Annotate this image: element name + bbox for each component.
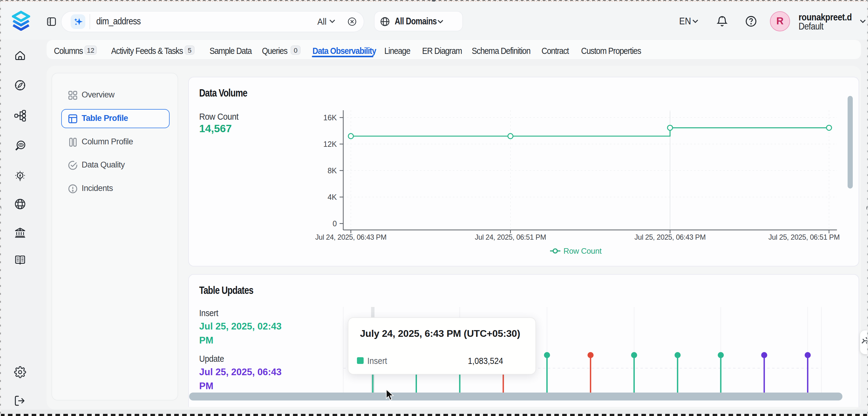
svg-text:12K: 12K	[323, 140, 337, 148]
svg-text:0: 0	[333, 219, 337, 228]
svg-text:Jul 24, 2025, 06:51 PM: Jul 24, 2025, 06:51 PM	[475, 233, 546, 241]
svg-text:8K: 8K	[328, 166, 337, 175]
svg-text:16K: 16K	[323, 113, 337, 122]
svg-text:4K: 4K	[328, 193, 337, 201]
svg-text:Jul 24, 2025, 06:43 PM: Jul 24, 2025, 06:43 PM	[315, 233, 386, 241]
svg-text:Jul 25, 2025, 06:51 PM: Jul 25, 2025, 06:51 PM	[768, 233, 840, 241]
svg-text:Row Count: Row Count	[563, 246, 602, 256]
svg-text:Jul 25, 2025, 06:43 PM: Jul 25, 2025, 06:43 PM	[634, 233, 706, 241]
